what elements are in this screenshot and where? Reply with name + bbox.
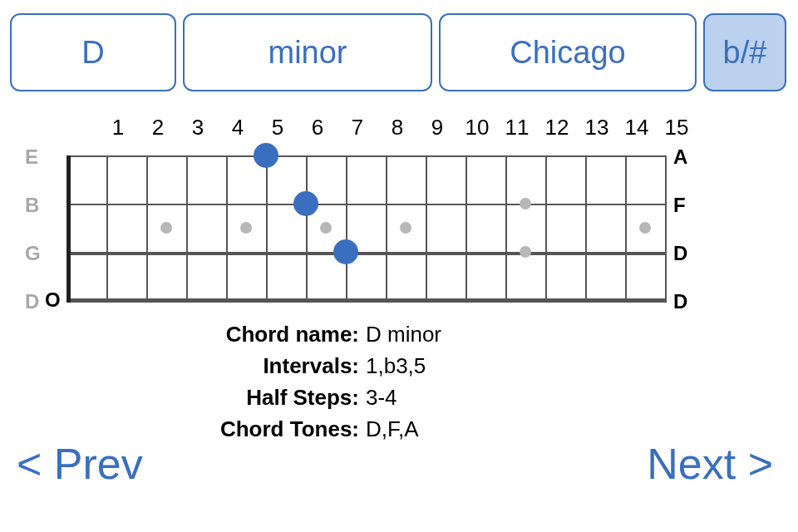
intervals-label: Intervals: bbox=[0, 350, 366, 382]
fret-number: 2 bbox=[138, 115, 178, 140]
fret-number: 6 bbox=[298, 115, 337, 140]
fret-number: 1 bbox=[98, 115, 138, 140]
chord-type-selector[interactable]: minor bbox=[183, 13, 432, 91]
chord-name-value: D minor bbox=[366, 318, 441, 350]
string-tone-label: F bbox=[673, 194, 687, 242]
intervals-value: 1,b3,5 bbox=[366, 350, 426, 382]
fret-number: 12 bbox=[537, 115, 577, 140]
fret-number: 11 bbox=[497, 115, 537, 140]
string-tone-label: A bbox=[673, 145, 687, 194]
enharmonic-toggle[interactable]: b/# bbox=[703, 13, 786, 91]
half-steps-value: 3-4 bbox=[366, 382, 397, 413]
fret-number: 3 bbox=[178, 115, 218, 140]
string-tone-label: D bbox=[673, 290, 687, 338]
fret-number: 4 bbox=[218, 115, 258, 140]
fretboard-grid bbox=[66, 155, 665, 302]
prev-button[interactable]: < Prev bbox=[17, 439, 143, 489]
chord-name-label: Chord name: bbox=[0, 318, 366, 350]
fretboard-diagram: 123456789101112131415 EBGD AFDD O bbox=[58, 115, 740, 302]
chord-tones-value: D,F,A bbox=[366, 413, 419, 445]
fret-number: 15 bbox=[657, 115, 697, 140]
fret-inlay bbox=[520, 198, 531, 209]
fret-number-row: 123456789101112131415 bbox=[98, 115, 697, 140]
string-open-label: G bbox=[25, 242, 41, 290]
fret-number: 8 bbox=[377, 115, 417, 140]
fret-inlay bbox=[240, 222, 252, 234]
fret-number: 13 bbox=[577, 115, 617, 140]
finger-dot bbox=[254, 143, 278, 168]
fret-number: 7 bbox=[337, 115, 377, 140]
half-steps-label: Half Steps: bbox=[0, 382, 366, 413]
open-string-marker: O bbox=[45, 288, 61, 312]
string-open-label: E bbox=[25, 145, 41, 194]
string-open-label: D bbox=[25, 290, 41, 338]
chord-tone-labels: AFDD bbox=[673, 145, 687, 338]
fret-inlay bbox=[639, 222, 651, 234]
fret-inlay bbox=[400, 222, 411, 234]
finger-dot bbox=[333, 239, 358, 264]
style-selector[interactable]: Chicago bbox=[439, 13, 697, 91]
fret-number: 5 bbox=[258, 115, 298, 140]
string-tone-label: D bbox=[673, 242, 687, 290]
fret-inlay bbox=[160, 222, 172, 234]
fret-inlay bbox=[320, 222, 332, 234]
root-selector[interactable]: D bbox=[10, 13, 176, 91]
fret-inlay bbox=[520, 246, 531, 258]
fret-number: 14 bbox=[617, 115, 657, 140]
fret-number: 9 bbox=[417, 115, 457, 140]
next-button[interactable]: Next > bbox=[647, 439, 773, 489]
fret-number: 10 bbox=[457, 115, 497, 140]
open-string-labels: EBGD bbox=[25, 145, 41, 338]
string-open-label: B bbox=[25, 194, 41, 242]
finger-dot bbox=[293, 191, 318, 216]
